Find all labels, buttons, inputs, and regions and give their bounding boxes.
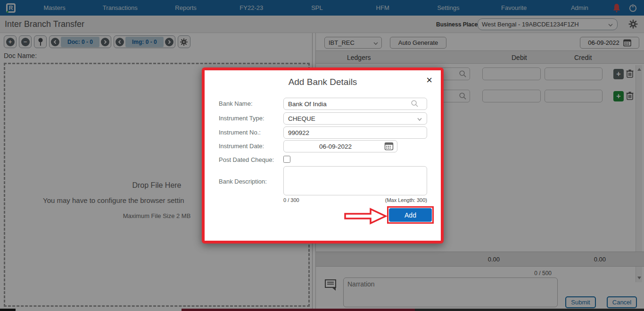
add-button-highlight-box: Add [387,206,434,224]
bank-name-input[interactable] [283,98,427,110]
description-max-length: (Max Length: 300) [283,197,427,203]
red-annotation-arrow [344,208,388,225]
post-dated-cheque-label: Post Dated Cheque: [219,156,274,163]
chevron-down-icon [417,117,422,122]
add-button[interactable]: Add [389,208,432,222]
instrument-date-input[interactable] [283,140,397,152]
post-dated-cheque-checkbox[interactable] [283,156,290,163]
instrument-no-input[interactable] [283,126,427,139]
calendar-icon[interactable] [384,142,395,151]
instrument-date-label: Instrument Date: [219,143,264,150]
bank-description-label: Bank Description: [219,178,267,185]
close-icon[interactable]: × [426,75,432,85]
modal-title: Add Bank Details [205,77,441,87]
instrument-no-label: Instrument No.: [219,129,261,136]
bank-name-label: Bank Name: [219,100,253,107]
instrument-type-label: Instrument Type: [219,115,264,122]
bank-description-textarea[interactable] [283,166,427,195]
instrument-type-select[interactable]: CHEQUE [283,112,427,125]
add-bank-details-modal: Add Bank Details × Bank Name: Instrument… [202,67,444,244]
search-icon[interactable] [411,100,419,108]
